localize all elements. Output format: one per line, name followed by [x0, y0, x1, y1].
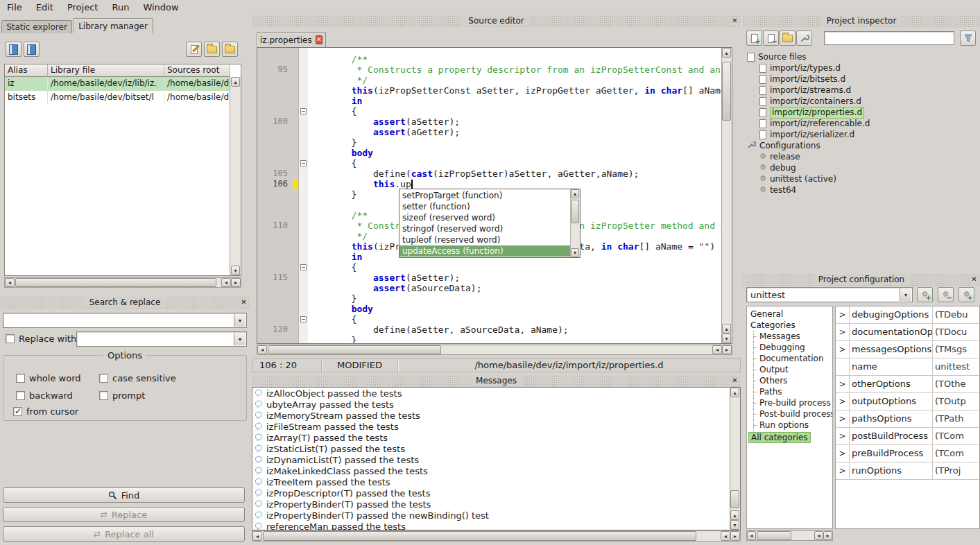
property-value[interactable]: (TPath [933, 410, 979, 427]
expander-icon[interactable]: > [836, 428, 850, 444]
property-value[interactable]: (TOthe [933, 376, 979, 392]
code-line[interactable]: assert(aSetter); [308, 116, 460, 127]
case-sensitive-checkbox[interactable] [99, 374, 108, 383]
add-library-button[interactable] [6, 42, 22, 57]
clone-configuration-button[interactable]: ⚙+ [958, 287, 974, 302]
tree-configuration-item[interactable]: ⚙unittest (active) [759, 173, 980, 184]
tree-file-item[interactable]: import/iz/streams.d [759, 85, 980, 96]
library-table-row[interactable]: bitsets/home/basile/dev/bitset/l/home/ba… [5, 91, 241, 105]
library-table-vscrollbar[interactable]: ▴ ▾ [230, 77, 241, 275]
menu-item-project[interactable]: Project [60, 1, 105, 13]
replace-all-button[interactable]: ⇄ Replace all [3, 526, 245, 542]
code-line[interactable]: assert(aSetter); [308, 272, 460, 283]
code-line[interactable]: in [308, 96, 362, 106]
property-value[interactable]: (TCom [933, 428, 979, 444]
expander-icon[interactable]: > [836, 324, 850, 340]
expander-icon[interactable]: > [836, 376, 850, 392]
category-all-categories[interactable]: All categories [747, 432, 832, 443]
prompt-checkbox[interactable] [99, 391, 108, 400]
category-item[interactable]: General [747, 309, 832, 320]
scroll-up-button[interactable]: ▴ [722, 48, 731, 58]
message-item[interactable]: ubyteArray passed the tests [255, 399, 729, 410]
filter-button[interactable] [960, 31, 976, 46]
tab-library-manager[interactable]: Library manager [73, 18, 153, 33]
code-line[interactable]: { [308, 314, 356, 325]
tab-iz-properties[interactable]: iz.properties ✕ [257, 32, 326, 47]
from-cursor-checkbox[interactable] [13, 407, 22, 416]
code-line[interactable]: define(aSetter, aSourceData, aName); [308, 325, 569, 335]
code-line[interactable]: assert(aGetter); [308, 127, 460, 137]
property-row[interactable]: >documentationOptions(TDocu [836, 324, 979, 341]
scroll-left-button[interactable]: ◂ [257, 345, 267, 354]
scrollbar-thumb[interactable] [757, 531, 791, 540]
tree-configurations[interactable]: Configurations [747, 140, 980, 151]
select-sources-root-button[interactable] [222, 42, 238, 57]
editor-gutter[interactable]: 95100105106110115120 [257, 48, 299, 343]
expander-icon[interactable]: > [836, 445, 850, 462]
fold-marker-icon[interactable] [300, 264, 307, 270]
message-item[interactable]: izMemoryStream passed the tests [255, 410, 729, 421]
code-line[interactable]: body [308, 148, 373, 158]
message-item[interactable]: izAllocObject passed the tests [255, 388, 729, 399]
message-item[interactable]: izMakeLinkedClass passed the tests [255, 465, 729, 476]
scroll-left-button-2[interactable]: ◂ [221, 278, 231, 287]
code-line[interactable]: body [308, 304, 373, 314]
configuration-hscrollbar[interactable]: ◂ ◂ ▸ [746, 530, 833, 541]
scroll-up-button[interactable]: ▴ [231, 77, 240, 87]
close-icon[interactable]: ✕ [970, 275, 979, 284]
code-line[interactable]: } [308, 293, 356, 304]
library-table-hscrollbar[interactable]: ◂ ◂ ▸ [4, 277, 241, 288]
project-settings-button[interactable] [796, 31, 812, 46]
completion-item[interactable]: sizeof (reserved word) [399, 212, 570, 223]
tree-file-item[interactable]: import/iz/serializer.d [759, 129, 980, 140]
replace-button[interactable]: ⇄ Replace [3, 507, 245, 522]
scrollbar-thumb[interactable] [730, 490, 739, 508]
expander-icon[interactable]: > [836, 410, 850, 427]
category-item[interactable]: Debugging [747, 342, 832, 353]
tree-file-item[interactable]: import/iz/referencable.d [759, 118, 980, 129]
expander-icon[interactable]: > [836, 462, 850, 479]
configuration-selector[interactable]: unittest ▾ [746, 287, 913, 302]
column-header-sources-root[interactable]: Sources root [164, 64, 230, 77]
code-line[interactable]: */ [308, 231, 368, 241]
tree-file-item[interactable]: import/iz/types.d [759, 62, 980, 73]
category-item[interactable]: Others [747, 375, 832, 386]
completion-item[interactable]: setPropTarget (function) [399, 190, 570, 201]
chevron-down-icon[interactable]: ▾ [234, 333, 246, 345]
fold-marker-icon[interactable] [300, 108, 307, 114]
message-item[interactable]: izPropertyBinder(T) passed the tests [255, 499, 729, 510]
scroll-left-button[interactable]: ◂ [747, 531, 756, 540]
tree-file-item[interactable]: import/iz/containers.d [759, 96, 980, 107]
replace-with-checkbox[interactable] [6, 334, 15, 343]
tree-configuration-item[interactable]: ⚙test64 [759, 184, 980, 196]
fold-marker-icon[interactable] [300, 160, 307, 166]
property-value[interactable]: (TMsgs [933, 341, 979, 358]
column-header-alias[interactable]: Alias [5, 64, 48, 77]
property-value[interactable]: (TDebu [933, 306, 979, 323]
menu-item-window[interactable]: Window [136, 1, 185, 13]
chevron-down-icon[interactable]: ▾ [900, 288, 911, 301]
tree-configuration-item[interactable]: ⚙debug [759, 162, 980, 173]
property-row[interactable]: >debugingOptions(TDebu [836, 306, 979, 324]
close-icon[interactable]: ✕ [730, 17, 739, 26]
code-line[interactable]: } [308, 189, 356, 200]
scrollbar-thumb[interactable] [722, 62, 731, 121]
property-row[interactable]: >preBuildProcess(TCom [836, 445, 979, 462]
scroll-left-button-2[interactable]: ◂ [712, 345, 722, 354]
code-line[interactable]: define(cast(izPropSetter)aSetter, aGette… [308, 168, 639, 179]
category-item[interactable]: Categories [747, 320, 832, 331]
filter-input[interactable] [824, 31, 954, 45]
scroll-down-button[interactable]: ▾ [571, 248, 579, 257]
editor-vscrollbar[interactable]: ▴ ▴ ▾ [721, 48, 732, 343]
open-library-file-button[interactable] [204, 42, 220, 57]
code-line[interactable]: assert(aSourceData); [308, 283, 481, 293]
editor-hscrollbar[interactable]: ◂ ◂ ▸ [257, 345, 732, 355]
scroll-left-button[interactable]: ◂ [5, 278, 15, 287]
editor-fold-margin[interactable] [299, 48, 308, 343]
category-item[interactable]: Run options [747, 419, 832, 431]
messages-hscrollbar[interactable]: ◂ ◂ ▸ [252, 530, 741, 542]
code-line[interactable]: in [308, 252, 362, 262]
add-source-button[interactable]: + [746, 31, 762, 46]
message-item[interactable]: izPropDescriptor(T) passed the tests [255, 487, 729, 499]
remove-source-button[interactable]: − [763, 31, 779, 46]
